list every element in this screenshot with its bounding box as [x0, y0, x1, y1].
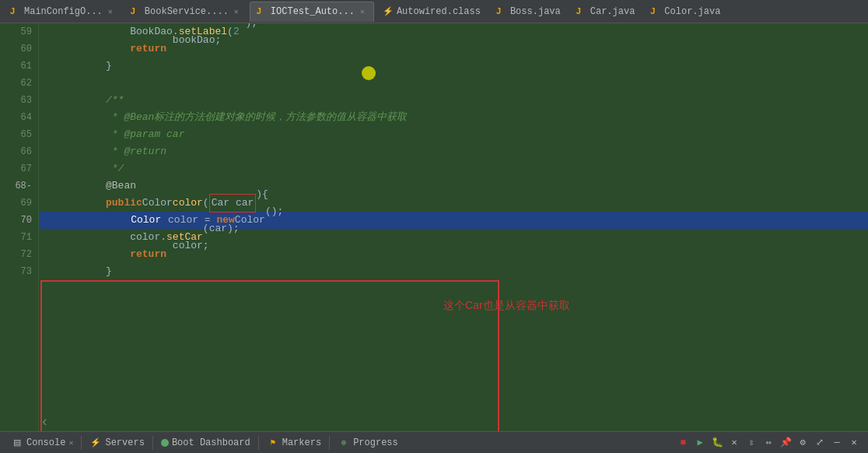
line-num-68: 68- [0, 177, 38, 195]
code-line-67: */ [39, 160, 868, 177]
java-file-icon: J [257, 6, 268, 17]
status-markers[interactable]: ⚑ Markers [262, 434, 326, 451]
line-num-63: 63 [0, 92, 38, 109]
status-servers[interactable]: ⚡ Servers [85, 434, 149, 451]
boot-dashboard-label: Boot Dashboard [172, 437, 250, 448]
status-console[interactable]: ▤ Console ✕ [6, 434, 78, 451]
progress-icon: ⊛ [338, 437, 350, 449]
tab-close-btn[interactable]: ✕ [106, 7, 115, 16]
tab-label: BookService.... [145, 6, 229, 17]
status-divider-4 [329, 436, 330, 450]
word-wrap-icon-btn[interactable]: ⇔ [761, 435, 776, 451]
close-panel-icon-btn[interactable]: ✕ [846, 435, 862, 451]
java-file-icon: J [131, 6, 142, 17]
scroll-lock-icon-btn[interactable]: ⇳ [744, 435, 759, 451]
code-line-65: * @param car [39, 126, 868, 143]
minimize-icon-btn[interactable]: — [829, 435, 845, 451]
tab-car[interactable]: J Car.java [569, 2, 642, 22]
tab-label: Autowired.class [397, 6, 481, 17]
servers-icon: ⚡ [89, 437, 102, 449]
tab-mainconfig[interactable]: J MainConfigO... ✕ [3, 2, 122, 22]
tab-label: IOCTest_Auto... [271, 6, 355, 17]
console-close-icon[interactable]: ✕ [68, 438, 73, 448]
code-text[interactable]: BookDao.setLabel(2 ); return bookDao; } … [39, 23, 868, 431]
status-divider-1 [81, 436, 82, 450]
line-num-59: 59 [0, 23, 38, 40]
tab-close-btn[interactable]: ✕ [358, 7, 367, 16]
tab-boss[interactable]: J Boss.java [489, 2, 568, 22]
code-line-66: * @return [39, 143, 868, 160]
status-progress[interactable]: ⊛ Progress [333, 434, 403, 451]
tab-autowired[interactable]: ⚡ Autowired.class [376, 2, 488, 22]
line-num-62: 62 [0, 75, 38, 92]
code-line-72: return color; [39, 246, 868, 263]
tab-close-btn[interactable]: ✕ [232, 7, 241, 16]
line-num-73: 73 [0, 263, 38, 280]
scroll-left-indicator[interactable]: ‹ [40, 414, 49, 430]
code-line-60: return bookDao; [39, 40, 868, 58]
line-num-64: 64 [0, 109, 38, 126]
line-num-70: 70 [0, 212, 38, 229]
servers-label: Servers [105, 437, 144, 448]
clear-icon-btn[interactable]: ✕ [726, 435, 742, 451]
code-line-61: } [39, 58, 868, 75]
java-file-icon: J [10, 6, 21, 17]
line-num-61: 61 [0, 58, 38, 75]
autowired-icon: ⚡ [383, 6, 394, 17]
run-icon-btn[interactable]: ▶ [692, 435, 708, 451]
console-label: Console [26, 437, 65, 448]
tab-ioctest[interactable]: J IOCTest_Auto... ✕ [250, 2, 374, 22]
boot-dashboard-icon [161, 439, 169, 447]
tab-label: Color.java [664, 6, 720, 17]
markers-label: Markers [282, 437, 321, 448]
line-num-60: 60 [0, 40, 38, 58]
java-file-icon: J [650, 6, 661, 17]
code-line-73: } [39, 263, 868, 280]
tab-label: Car.java [590, 6, 635, 17]
line-num-72: 72 [0, 246, 38, 263]
line-num-67: 67 [0, 160, 38, 177]
pin-icon-btn[interactable]: 📌 [778, 435, 793, 451]
line-num-69: 69 [0, 195, 38, 212]
java-file-icon: J [576, 6, 587, 17]
maximize-icon-btn[interactable]: ⤢ [812, 435, 828, 451]
tab-label: MainConfigO... [24, 6, 103, 17]
tab-color[interactable]: J Color.java [643, 2, 727, 22]
tab-label: Boss.java [510, 6, 561, 17]
code-line-59: BookDao.setLabel(2 ); [39, 23, 868, 40]
line-num-65: 65 [0, 126, 38, 143]
settings-icon-btn[interactable]: ⚙ [795, 435, 810, 451]
code-line-70: Color color = new Color(); [39, 212, 868, 229]
status-divider-3 [258, 436, 259, 450]
status-boot-dashboard[interactable]: Boot Dashboard [156, 434, 255, 451]
console-icon: ▤ [11, 437, 23, 449]
status-right-icons: ■ ▶ 🐛 ✕ ⇳ ⇔ 📌 ⚙ ⤢ — ✕ [675, 435, 862, 451]
tab-bar: J MainConfigO... ✕ J BookService.... ✕ J… [0, 0, 868, 23]
code-line-63: /** [39, 92, 868, 109]
line-num-71: 71 [0, 229, 38, 246]
code-line-68: @Bean [39, 177, 868, 195]
code-line-71: color.setCar(car); [39, 229, 868, 246]
code-line-69: public Color color(Car car){ [39, 195, 868, 212]
code-line-64: * @Bean标注的方法创建对象的时候，方法参数的值从容器中获取 [39, 109, 868, 126]
status-bar: ▤ Console ✕ ⚡ Servers Boot Dashboard ⚑ M… [0, 431, 868, 453]
status-divider-2 [152, 436, 153, 450]
line-numbers-gutter: 59 60 61 62 63 64 65 66 67 68- 69 70 71 … [0, 23, 39, 431]
progress-label: Progress [353, 437, 398, 448]
line-num-66: 66 [0, 143, 38, 160]
markers-icon: ⚑ [267, 437, 279, 449]
code-line-62 [39, 75, 868, 92]
java-file-icon: J [496, 6, 507, 17]
stop-icon-btn[interactable]: ■ [675, 435, 691, 451]
debug-icon-btn[interactable]: 🐛 [709, 435, 725, 451]
tab-bookservice[interactable]: J BookService.... ✕ [124, 2, 248, 22]
code-editor: 59 60 61 62 63 64 65 66 67 68- 69 70 71 … [0, 23, 868, 431]
